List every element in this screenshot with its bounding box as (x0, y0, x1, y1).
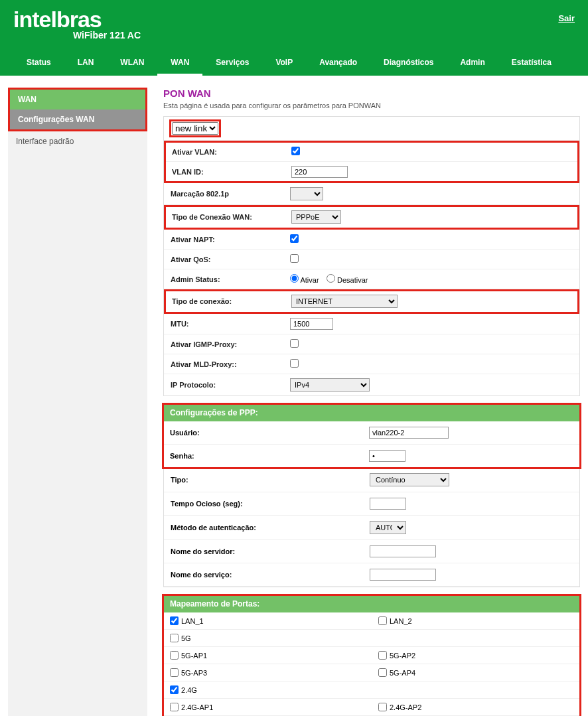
port-cell: 2.4G-AP2 (372, 699, 580, 715)
nav-item-status[interactable]: Status (13, 51, 64, 76)
label-ip-proto: IP Protocolo: (171, 381, 290, 389)
select-ip-proto[interactable]: IPv4 (290, 378, 370, 392)
nav-item-serviços[interactable]: Serviços (202, 51, 262, 76)
input-tempo[interactable] (370, 498, 406, 510)
port-row: 5G-AP35G-AP4 (163, 664, 580, 681)
port-label: LAN_1 (181, 617, 204, 625)
page-title: PON WAN (163, 88, 580, 99)
link-select[interactable]: new link (172, 122, 218, 135)
port-cell: 5G-AP4 (372, 664, 580, 681)
header: intelbras WiFiber 121 AC Sair StatusLANW… (0, 0, 588, 76)
portmap-header: Mapeamento de Portas: (163, 595, 580, 612)
nav-item-voip[interactable]: VoIP (262, 51, 306, 76)
nav-item-avançado[interactable]: Avançado (306, 51, 370, 76)
select-metodo[interactable]: AUTO (370, 521, 406, 534)
label-usuario: Usuário: (170, 429, 369, 437)
product-subtitle: WiFiber 121 AC (73, 30, 141, 40)
sidebar-highlight: WAN Configurações WAN (8, 88, 147, 131)
port-label: 5G-AP1 (181, 652, 207, 660)
input-vlan-id[interactable] (291, 166, 348, 178)
port-table: LAN_1LAN_25G5G-AP15G-AP25G-AP35G-AP42.4G… (163, 612, 580, 716)
label-senha: Senha: (170, 452, 369, 460)
port-cell (372, 630, 580, 646)
checkbox-mld[interactable] (290, 359, 299, 368)
input-mtu[interactable] (290, 318, 333, 330)
nav-item-wan[interactable]: WAN (157, 51, 202, 76)
label-ativar-vlan: Ativar VLAN: (172, 148, 291, 156)
port-label: 5G-AP4 (390, 669, 415, 677)
port-checkbox-2.4G[interactable] (170, 685, 179, 694)
nav-item-diagnósticos[interactable]: Diagnósticos (370, 51, 447, 76)
nav-item-admin[interactable]: Admin (447, 51, 498, 76)
port-row: LAN_1LAN_2 (163, 612, 580, 630)
sidebar-item-interface-padrao[interactable]: Interface padrão (8, 131, 147, 151)
page-desc: Esta página é usada para configurar os p… (163, 102, 580, 109)
port-row: 5G-AP15G-AP2 (163, 647, 580, 664)
label-tipo-ppp: Tipo: (171, 476, 370, 484)
sidebar-item-config-wan[interactable]: Configurações WAN (10, 109, 145, 129)
select-tipo-conexao[interactable]: INTERNET (291, 295, 398, 308)
input-senha[interactable] (369, 450, 405, 462)
port-checkbox-5G-AP1[interactable] (170, 651, 179, 660)
checkbox-qos[interactable] (290, 254, 299, 263)
port-checkbox-5G[interactable] (170, 634, 179, 642)
port-label: LAN_2 (390, 617, 412, 625)
port-cell: 5G-AP1 (163, 647, 372, 664)
port-label: 2.4G (181, 686, 197, 694)
select-marcacao[interactable] (290, 187, 323, 200)
label-tempo: Tempo Ocioso (seg): (171, 500, 370, 508)
port-checkbox-2.4G-AP1[interactable] (170, 703, 179, 711)
ppp-header: Configurações de PPP: (163, 404, 580, 421)
nav-item-estatística[interactable]: Estatística (498, 51, 565, 76)
port-label: 5G-AP3 (181, 669, 207, 677)
logo: intelbras (13, 7, 141, 33)
port-cell: LAN_2 (372, 612, 580, 629)
port-cell: LAN_1 (163, 612, 372, 629)
port-row: 5G (163, 630, 580, 647)
port-checkbox-5G-AP4[interactable] (378, 668, 387, 677)
label-servidor: Nome do servidor: (171, 547, 370, 555)
checkbox-igmp[interactable] (290, 339, 299, 348)
port-label: 5G (181, 634, 191, 642)
port-checkbox-LAN_2[interactable] (378, 616, 387, 625)
nav-item-lan[interactable]: LAN (64, 51, 108, 76)
port-cell: 5G-AP3 (163, 664, 372, 681)
label-ativar-qos: Ativar QoS: (171, 255, 290, 263)
label-tipo-conexao: Tipo de conexão: (172, 297, 291, 305)
checkbox-napt[interactable] (290, 234, 299, 243)
port-checkbox-2.4G-AP2[interactable] (378, 703, 387, 711)
port-checkbox-5G-AP2[interactable] (378, 651, 387, 660)
port-checkbox-LAN_1[interactable] (170, 616, 179, 625)
input-servidor[interactable] (370, 545, 436, 557)
radio-label-desativar: Desativar (337, 276, 368, 284)
radio-admin-ativar[interactable] (290, 274, 299, 283)
label-mld: Ativar MLD-Proxy:: (171, 360, 290, 368)
logout-link[interactable]: Sair (558, 13, 575, 23)
nav-item-wlan[interactable]: WLAN (107, 51, 157, 76)
sidebar: WAN Configurações WAN Interface padrão (8, 88, 147, 716)
main-content: PON WAN Esta página é usada para configu… (163, 88, 580, 716)
sidebar-item-wan[interactable]: WAN (10, 90, 145, 109)
checkbox-ativar-vlan[interactable] (291, 147, 300, 155)
label-igmp: Ativar IGMP-Proxy: (171, 340, 290, 348)
port-cell (372, 681, 580, 698)
port-cell: 2.4G-AP1 (163, 699, 372, 715)
nav-bar: StatusLANWLANWANServiçosVoIPAvançadoDiag… (13, 51, 575, 76)
form-area: new link Ativar VLAN: VLAN ID: Marcação … (163, 116, 580, 396)
port-checkbox-5G-AP3[interactable] (170, 668, 179, 677)
port-cell: 2.4G (163, 681, 372, 698)
label-servico: Nome do serviço: (171, 571, 370, 579)
select-tipo-conexao-wan[interactable]: PPPoE (291, 210, 341, 224)
radio-admin-desativar[interactable] (327, 274, 335, 283)
port-label: 5G-AP2 (390, 652, 415, 660)
port-row: 2.4G-AP12.4G-AP2 (163, 699, 580, 716)
input-usuario[interactable] (369, 427, 449, 439)
port-label: 2.4G-AP2 (390, 703, 421, 711)
label-ativar-napt: Ativar NAPT: (171, 236, 290, 244)
input-servico[interactable] (370, 569, 436, 581)
port-cell: 5G (163, 630, 372, 646)
label-mtu: MTU: (171, 320, 290, 328)
port-row: 2.4G (163, 681, 580, 699)
label-tipo-conexao-wan: Tipo de Conexão WAN: (172, 213, 291, 221)
select-tipo-ppp[interactable]: Contínuo (370, 473, 449, 486)
